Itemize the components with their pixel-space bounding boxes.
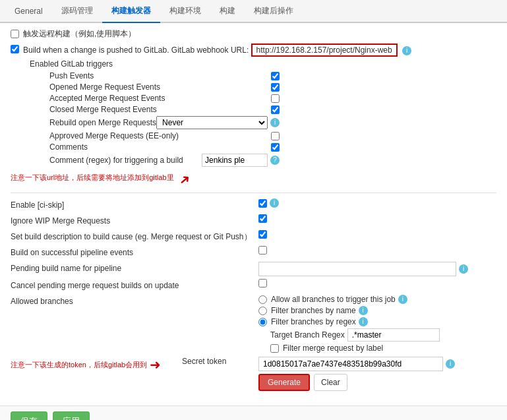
branch-option-regex[interactable]: Filter branches by regex i xyxy=(258,317,368,326)
info-icon-branch-name[interactable]: i xyxy=(359,306,368,315)
annotation2-container: 注意一下该生成的token，后续gitlab会用到 ➜ xyxy=(11,357,182,373)
branch-radio-name[interactable] xyxy=(258,307,267,315)
opened-merge-label: Opened Merge Request Events xyxy=(49,82,160,92)
triggers-right-col: Push Events Opened Merge Request Events … xyxy=(49,71,280,169)
tab-source-management[interactable]: 源码管理 xyxy=(52,0,102,22)
filter-merge-label-checkbox[interactable] xyxy=(270,344,279,353)
accepted-merge-row: Accepted Merge Request Events xyxy=(49,94,280,103)
build-pipeline-label: Build on successful pipeline events xyxy=(11,246,258,259)
push-events-label: Push Events xyxy=(49,71,94,80)
webhook-url-display: http://192.168.2.157/project/Nginx-web xyxy=(251,44,398,57)
approved-merge-checkbox[interactable] xyxy=(271,132,280,140)
secret-token-input[interactable] xyxy=(258,357,443,371)
save-button[interactable]: 保存 xyxy=(11,411,47,420)
rebuild-open-row: Rebuild open Merge Requests Never On pus… xyxy=(49,116,280,129)
info-icon-branch-regex[interactable]: i xyxy=(359,317,368,326)
rebuild-open-select[interactable]: Never On push to source branch On push t… xyxy=(156,116,268,129)
pending-build-label: Pending build name for pipeline xyxy=(11,262,258,275)
ci-skip-checkbox[interactable] xyxy=(258,199,267,208)
arrow1-icon: ➜ xyxy=(175,169,194,189)
info-icon-comment-regex[interactable]: ? xyxy=(270,156,280,165)
annotation2-text: 注意一下该生成的token，后续gitlab会用到 xyxy=(11,360,147,370)
set-build-desc-label: Set build description to build cause (eg… xyxy=(11,230,258,243)
secret-token-row: Secret token i xyxy=(182,357,496,371)
comment-regex-label: Comment (regex) for triggering a build xyxy=(49,156,183,165)
ignore-wip-checkbox[interactable] xyxy=(258,214,267,223)
tab-general[interactable]: General xyxy=(5,0,52,22)
branch-radio-all[interactable] xyxy=(258,295,267,304)
annotation1-container: 注意一下该url地址，后续需要将地址添加到gitlab里 ➜ xyxy=(11,171,496,187)
branch-option-all[interactable]: Allow all branches to trigger this job i xyxy=(258,295,407,304)
cancel-pending-label: Cancel pending merge request builds on u… xyxy=(11,279,258,292)
tab-build-triggers[interactable]: 构建触发器 xyxy=(102,0,160,23)
info-icon-pending[interactable]: i xyxy=(459,264,468,274)
allowed-branches-row: Allowed branches Allow all branches to t… xyxy=(11,295,496,353)
divider1 xyxy=(11,193,496,193)
ignore-wip-row: Ignore WIP Merge Requests xyxy=(11,214,496,227)
tab-build-env[interactable]: 构建环境 xyxy=(160,0,210,22)
tabs-bar: General 源码管理 构建触发器 构建环境 构建 构建后操作 xyxy=(0,0,507,23)
set-build-desc-row: Set build description to build cause (eg… xyxy=(11,230,496,243)
secret-token-right: Secret token i Generate Clear xyxy=(182,357,496,391)
trigger-remote-checkbox[interactable] xyxy=(11,30,19,38)
approved-merge-label: Approved Merge Requests (EE-only) xyxy=(49,131,179,140)
set-build-desc-checkbox[interactable] xyxy=(258,230,267,239)
footer: 保存 应用 xyxy=(0,405,507,420)
target-branch-regex-row: Target Branch Regex xyxy=(270,328,440,342)
comment-regex-row: Comment (regex) for triggering a build ? xyxy=(49,154,280,167)
push-events-checkbox[interactable] xyxy=(271,72,280,80)
branch-radio-regex[interactable] xyxy=(258,318,267,326)
closed-merge-row: Closed Merge Request Events xyxy=(49,105,280,114)
comment-regex-input[interactable] xyxy=(202,154,268,167)
clear-button[interactable]: Clear xyxy=(314,374,347,391)
branch-option-name[interactable]: Filter branches by name i xyxy=(258,306,368,315)
comments-label: Comments xyxy=(49,142,88,152)
build-pipeline-row: Build on successful pipeline events xyxy=(11,246,496,259)
build-pipeline-checkbox[interactable] xyxy=(258,246,267,255)
pending-build-row: Pending build name for pipeline i xyxy=(11,262,496,276)
target-branch-regex-label: Target Branch Regex xyxy=(270,330,345,340)
apply-button[interactable]: 应用 xyxy=(53,411,90,420)
ignore-wip-label: Ignore WIP Merge Requests xyxy=(11,214,258,227)
build-when-checkbox[interactable] xyxy=(11,45,19,53)
info-icon-token[interactable]: i xyxy=(446,359,455,369)
filter-merge-by-label[interactable]: Filter merge request by label xyxy=(270,344,383,353)
opened-merge-checkbox[interactable] xyxy=(271,83,280,92)
generate-button[interactable]: Generate xyxy=(258,374,310,391)
opened-merge-row: Opened Merge Request Events xyxy=(49,82,280,92)
closed-merge-checkbox[interactable] xyxy=(271,105,280,114)
ci-skip-label: Enable [ci-skip] xyxy=(11,198,258,212)
cancel-pending-row: Cancel pending merge request builds on u… xyxy=(11,279,496,292)
comments-checkbox[interactable] xyxy=(271,143,280,152)
annotation1-text: 注意一下该url地址，后续需要将地址添加到gitlab里 xyxy=(11,171,174,183)
cancel-pending-checkbox[interactable] xyxy=(258,279,267,287)
accepted-merge-checkbox[interactable] xyxy=(271,94,280,103)
secret-token-label: Secret token xyxy=(182,357,258,366)
info-icon-rebuild[interactable]: i xyxy=(270,118,280,127)
trigger-remote-section: 触发远程构建（例如,使用脚本） xyxy=(11,28,496,40)
info-icon-webhook[interactable]: i xyxy=(402,46,411,55)
info-icon-ci-skip[interactable]: i xyxy=(270,198,279,208)
info-icon-branch-all[interactable]: i xyxy=(398,295,407,304)
build-when-section: Build when a change is pushed to GitLab.… xyxy=(11,44,496,169)
rebuild-open-label: Rebuild open Merge Requests xyxy=(49,118,156,127)
build-when-content: Build when a change is pushed to GitLab.… xyxy=(23,44,496,169)
closed-merge-label: Closed Merge Request Events xyxy=(49,105,157,114)
allowed-branches-label: Allowed branches xyxy=(11,295,258,308)
push-events-row: Push Events xyxy=(49,71,280,80)
ci-skip-row: Enable [ci-skip] i xyxy=(11,198,496,212)
approved-merge-row: Approved Merge Requests (EE-only) xyxy=(49,131,280,140)
comments-row: Comments xyxy=(49,142,280,152)
tab-post-build[interactable]: 构建后操作 xyxy=(245,0,303,22)
generate-clear-buttons: Generate Clear xyxy=(258,374,496,391)
enabled-triggers-label: Enabled GitLab triggers xyxy=(30,59,496,69)
pending-build-input[interactable] xyxy=(258,262,456,276)
target-branch-regex-input[interactable] xyxy=(347,328,440,342)
annotation2-secret-section: 注意一下该生成的token，后续gitlab会用到 ➜ Secret token… xyxy=(11,357,496,391)
trigger-remote-checkbox-label[interactable]: 触发远程构建（例如,使用脚本） xyxy=(11,28,496,40)
tab-build[interactable]: 构建 xyxy=(210,0,245,22)
arrow2-icon: ➜ xyxy=(150,357,161,373)
build-when-label: Build when a change is pushed to GitLab.… xyxy=(23,44,496,57)
accepted-merge-label: Accepted Merge Request Events xyxy=(49,94,165,103)
